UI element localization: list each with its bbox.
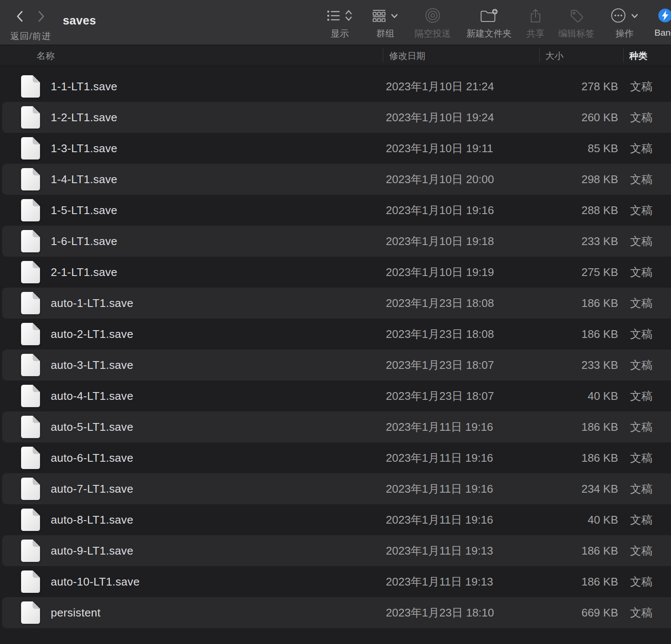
file-modified-date: 2023年1月23日 18:07 [386,358,494,373]
file-name: 1-1-LT1.save [51,80,117,93]
file-modified-date: 2023年1月10日 21:24 [386,79,494,94]
file-row[interactable]: 2-1-LT1.save 2023年1月10日 19:19 275 KB 文稿 [0,257,671,288]
file-name: auto-6-LT1.save [51,451,133,465]
back-forward-label: 返回/前进 [10,30,51,42]
document-icon [21,199,40,222]
airdrop-button[interactable]: 隔空投送 [415,7,451,40]
file-row[interactable]: auto-10-LT1.save 2023年1月11日 19:13 186 KB… [0,566,671,597]
file-kind: 文稿 [630,605,653,620]
file-row[interactable]: auto-7-LT1.save 2023年1月11日 19:16 234 KB … [0,473,671,504]
file-kind: 文稿 [630,203,653,218]
finder-window: 返回/前进 saves 显示 [0,0,671,644]
file-kind: 文稿 [630,574,653,589]
file-modified-date: 2023年1月23日 18:08 [386,327,494,342]
file-row[interactable]: 1-2-LT1.save 2023年1月10日 19:24 260 KB 文稿 [0,102,671,133]
lightning-app-icon [658,8,671,25]
file-size: 233 KB [539,359,618,372]
file-row[interactable]: auto-3-LT1.save 2023年1月23日 18:07 233 KB … [0,350,671,380]
file-size: 186 KB [539,420,618,434]
file-size: 85 KB [539,142,618,155]
edit-tags-button[interactable]: 编辑标签 [558,7,594,40]
file-row[interactable]: auto-1-LT1.save 2023年1月23日 18:08 186 KB … [0,288,671,319]
airdrop-label: 隔空投送 [415,28,451,40]
file-size: 186 KB [539,297,618,310]
file-row[interactable]: 1-1-LT1.save 2023年1月10日 21:24 278 KB 文稿 [0,71,671,102]
document-icon [21,75,40,98]
file-size: 234 KB [539,482,618,496]
file-size: 669 KB [539,606,618,619]
file-kind: 文稿 [630,234,653,249]
toolbar: 返回/前进 saves 显示 [0,0,671,45]
group-button[interactable]: 群组 [372,7,398,40]
document-icon [21,230,40,253]
file-kind: 文稿 [630,389,653,404]
file-name: auto-9-LT1.save [51,544,133,558]
file-size: 260 KB [539,111,618,124]
file-size: 186 KB [539,451,618,465]
document-icon [21,539,40,562]
view-button[interactable]: 显示 [327,7,353,40]
file-kind: 文稿 [630,420,653,435]
more-circle-icon [611,8,626,25]
document-icon [21,508,40,531]
column-divider [539,48,540,63]
file-modified-date: 2023年1月23日 18:08 [386,296,494,311]
file-kind: 文稿 [630,512,653,527]
window-title: saves [63,14,96,28]
document-icon [21,168,40,191]
share-button[interactable]: 共享 [526,7,545,40]
forward-button[interactable] [34,9,48,24]
file-modified-date: 2023年1月11日 19:13 [386,574,493,589]
file-size: 233 KB [539,235,618,248]
app-extension-label: Band [654,28,671,38]
file-modified-date: 2023年1月10日 19:19 [386,265,494,280]
share-label: 共享 [526,28,545,40]
column-header-modified[interactable]: 修改日期 [389,45,425,66]
new-folder-icon [480,9,498,25]
file-modified-date: 2023年1月23日 18:07 [386,389,494,404]
file-kind: 文稿 [630,358,653,373]
edit-tags-label: 编辑标签 [558,28,594,40]
document-icon [21,570,40,593]
file-row[interactable]: 1-5-LT1.save 2023年1月10日 19:16 288 KB 文稿 [0,195,671,226]
file-row[interactable]: persistent 2023年1月23日 18:10 669 KB 文稿 [0,597,671,628]
column-header-kind[interactable]: 种类 [629,45,647,66]
file-modified-date: 2023年1月10日 19:16 [386,203,494,218]
file-kind: 文稿 [630,481,653,497]
file-kind: 文稿 [630,451,653,466]
file-name: auto-2-LT1.save [51,328,133,341]
file-name: auto-5-LT1.save [51,420,133,434]
file-modified-date: 2023年1月11日 19:16 [386,451,493,466]
file-row[interactable]: auto-5-LT1.save 2023年1月11日 19:16 186 KB … [0,411,671,442]
file-modified-date: 2023年1月10日 19:11 [386,141,493,156]
file-size: 186 KB [539,544,618,558]
file-name: 1-4-LT1.save [51,173,117,186]
app-extension-button[interactable]: Band [654,7,671,38]
file-modified-date: 2023年1月10日 20:00 [386,172,494,187]
file-row[interactable]: auto-4-LT1.save 2023年1月23日 18:07 40 KB 文… [0,380,671,411]
file-modified-date: 2023年1月11日 19:16 [386,512,493,527]
actions-label: 操作 [616,28,634,40]
file-kind: 文稿 [630,79,653,94]
file-name: 1-6-LT1.save [51,235,117,248]
actions-button[interactable]: 操作 [611,7,639,40]
column-header-size[interactable]: 大小 [545,45,563,66]
column-divider [623,48,624,63]
file-row[interactable]: 1-4-LT1.save 2023年1月10日 20:00 298 KB 文稿 [0,164,671,195]
file-row[interactable]: auto-6-LT1.save 2023年1月11日 19:16 186 KB … [0,442,671,473]
back-button[interactable] [13,9,28,24]
file-name: persistent [51,606,101,619]
file-name: 1-3-LT1.save [51,142,117,155]
list-view-icon [327,10,340,23]
file-kind: 文稿 [630,327,653,342]
file-name: auto-3-LT1.save [51,359,133,372]
document-icon [21,477,40,500]
file-row[interactable]: 1-3-LT1.save 2023年1月10日 19:11 85 KB 文稿 [0,133,671,164]
file-row[interactable]: auto-2-LT1.save 2023年1月23日 18:08 186 KB … [0,319,671,350]
column-header-name[interactable]: 名称 [37,45,55,66]
chevron-right-icon [36,10,46,24]
file-row[interactable]: auto-8-LT1.save 2023年1月11日 19:16 40 KB 文… [0,504,671,535]
new-folder-button[interactable]: 新建文件夹 [467,7,512,40]
file-row[interactable]: auto-9-LT1.save 2023年1月11日 19:13 186 KB … [0,535,671,566]
file-row[interactable]: 1-6-LT1.save 2023年1月10日 19:18 233 KB 文稿 [0,226,671,257]
